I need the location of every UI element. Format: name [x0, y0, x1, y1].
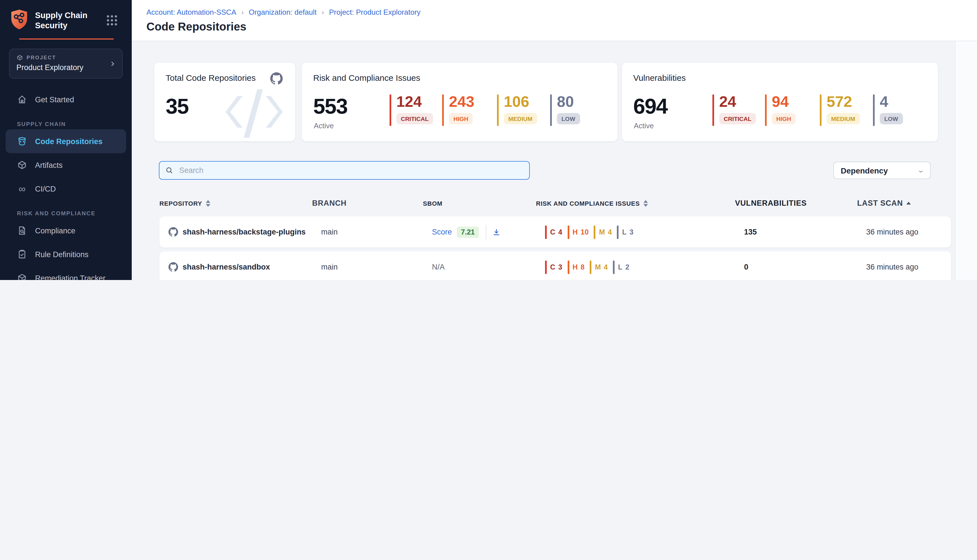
card-title: Vulnerabilities: [633, 73, 686, 83]
supply-chain-security-logo-icon: [10, 9, 28, 30]
last-scan-time: 36 minutes ago: [866, 228, 951, 236]
doc-icon: [17, 226, 27, 236]
card-title: Risk and Compliance Issues: [313, 73, 420, 83]
severity-value: 94: [772, 94, 796, 110]
search-input[interactable]: [178, 165, 524, 175]
branch-name: main: [321, 263, 432, 271]
severity-label-badge: CRITICAL: [719, 113, 756, 124]
sort-icon[interactable]: [643, 200, 648, 207]
sidebar-item-get-started[interactable]: Get Started: [6, 88, 126, 112]
download-sbom-icon[interactable]: [492, 227, 501, 237]
sidebar-item-label: Get Started: [35, 95, 74, 104]
repo-name[interactable]: shash-harness/sandbox: [183, 263, 270, 271]
github-icon: [169, 262, 178, 272]
column-sbom: SBOM: [423, 200, 536, 207]
vulnerabilities-card: Vulnerabilities 694 Active 24CRITICAL94H…: [622, 63, 938, 141]
critical-count: C4: [545, 225, 562, 239]
divider: [485, 225, 486, 239]
vulnerability-count: 0: [744, 263, 866, 271]
sort-icon[interactable]: [205, 200, 210, 207]
active-label: Active: [314, 122, 334, 130]
sidebar-item-compliance[interactable]: Compliance: [6, 219, 126, 243]
severity-value: 124: [396, 94, 433, 110]
column-branch: BRANCH: [312, 199, 423, 207]
severity-bar: [550, 94, 552, 126]
repositories-table: shash-harness/backstage-plugins main Sco…: [159, 217, 951, 280]
repo-icon: [17, 137, 27, 147]
sbom-score-label[interactable]: Score: [432, 228, 452, 236]
sidebar-item-label: Remediation Tracker: [35, 274, 105, 280]
sidebar-item-cicd[interactable]: ∞CI/CD: [6, 177, 126, 201]
project-selector[interactable]: PROJECT Product Exploratory: [9, 49, 123, 79]
breadcrumb-separator: ›: [241, 8, 244, 16]
home-icon: [17, 95, 27, 105]
vulnerability-count: 135: [744, 228, 866, 236]
last-scan-time: 36 minutes ago: [866, 263, 951, 271]
app-window: Supply Chain Security PROJECT Product Ex…: [0, 0, 977, 280]
dependency-filter-dropdown[interactable]: Dependency ⌄: [833, 162, 931, 179]
sidebar-nav: Get StartedSUPPLY CHAINCode Repositories…: [0, 79, 132, 280]
breadcrumb-separator: ›: [322, 8, 324, 16]
sidebar-item-rule-definitions[interactable]: Rule Definitions: [6, 243, 126, 267]
medium-count: M4: [594, 225, 612, 239]
main-area: Account: Automation-SSCA › Organization:…: [132, 0, 977, 280]
breadcrumb-account-link[interactable]: Account: Automation-SSCA: [147, 8, 236, 17]
severity-label-badge: CRITICAL: [396, 113, 433, 124]
code-watermark-icon: [223, 86, 283, 138]
branch-name: main: [321, 228, 432, 236]
severity-stat-high: 243HIGH: [442, 94, 497, 126]
github-icon: [169, 227, 178, 237]
breadcrumb: Account: Automation-SSCA › Organization:…: [147, 8, 977, 17]
column-vulnerabilities: VULNERABILITIES: [735, 199, 857, 207]
vulnerabilities-value: 694: [633, 94, 668, 119]
severity-label-badge: MEDIUM: [827, 113, 860, 124]
sidebar-item-code-repositories[interactable]: Code Repositories: [6, 130, 126, 153]
repo-name[interactable]: shash-harness/backstage-plugins: [183, 228, 306, 236]
vuln-severity-breakdown: 24CRITICAL94HIGH572MEDIUM4LOW: [712, 94, 903, 126]
severity-bar: [497, 94, 499, 126]
risk-severity-breakdown: 124CRITICAL243HIGH106MEDIUM80LOW: [389, 94, 580, 126]
page-title: Code Repositories: [147, 20, 977, 33]
risk-issue-counts: C4 H10 M4 L3: [545, 225, 744, 239]
table-row[interactable]: shash-harness/sandbox main N/A C3 H8 M4 …: [159, 252, 951, 280]
app-switcher-icon[interactable]: [107, 15, 117, 25]
sidebar-item-label: Artifacts: [35, 161, 63, 170]
search-box: [159, 161, 530, 180]
sidebar-item-remediation-tracker[interactable]: Remediation Tracker: [6, 267, 126, 280]
project-box-icon: [17, 55, 23, 61]
clipboard-icon: [17, 250, 27, 260]
severity-stat-high: 94HIGH: [765, 94, 820, 126]
sidebar-item-label: Rule Definitions: [35, 250, 89, 259]
breadcrumb-organization-link[interactable]: Organization: default: [249, 8, 317, 17]
severity-label-badge: HIGH: [449, 113, 473, 124]
severity-bar: [820, 94, 822, 126]
column-risk-issues[interactable]: RISK AND COMPLIANCE ISSUES: [536, 200, 735, 207]
total-repos-card: Total Code Repositories 35: [154, 63, 295, 141]
severity-label-badge: HIGH: [772, 113, 796, 124]
severity-bar: [873, 94, 875, 126]
column-repository[interactable]: REPOSITORY: [159, 200, 312, 207]
severity-stat-critical: 124CRITICAL: [389, 94, 442, 126]
project-selector-label: PROJECT: [27, 55, 56, 61]
severity-label-badge: MEDIUM: [504, 113, 537, 124]
severity-value: 24: [719, 94, 756, 110]
card-title: Total Code Repositories: [166, 73, 256, 83]
right-gutter: [955, 41, 977, 280]
medium-count: M4: [590, 260, 608, 274]
severity-label-badge: LOW: [557, 113, 580, 124]
severity-value: 243: [449, 94, 474, 110]
sidebar-item-label: Code Repositories: [35, 137, 103, 146]
table-header: REPOSITORY BRANCH SBOM RISK AND COMPLIAN…: [159, 199, 977, 207]
chevron-right-icon: [109, 60, 117, 68]
severity-stat-low: 80LOW: [550, 94, 580, 126]
risk-issue-counts: C3 H8 M4 L2: [545, 260, 744, 274]
severity-label-badge: LOW: [880, 113, 903, 124]
remediation-icon: [17, 273, 27, 280]
table-row[interactable]: shash-harness/backstage-plugins main Sco…: [159, 217, 951, 248]
breadcrumb-project-link[interactable]: Project: Product Exploratory: [329, 8, 421, 17]
low-count: L3: [617, 225, 633, 239]
severity-value: 572: [827, 94, 860, 110]
risk-issues-value: 553: [313, 94, 347, 119]
sidebar-item-artifacts[interactable]: Artifacts: [6, 153, 126, 177]
brand-accent-divider: [19, 39, 114, 40]
